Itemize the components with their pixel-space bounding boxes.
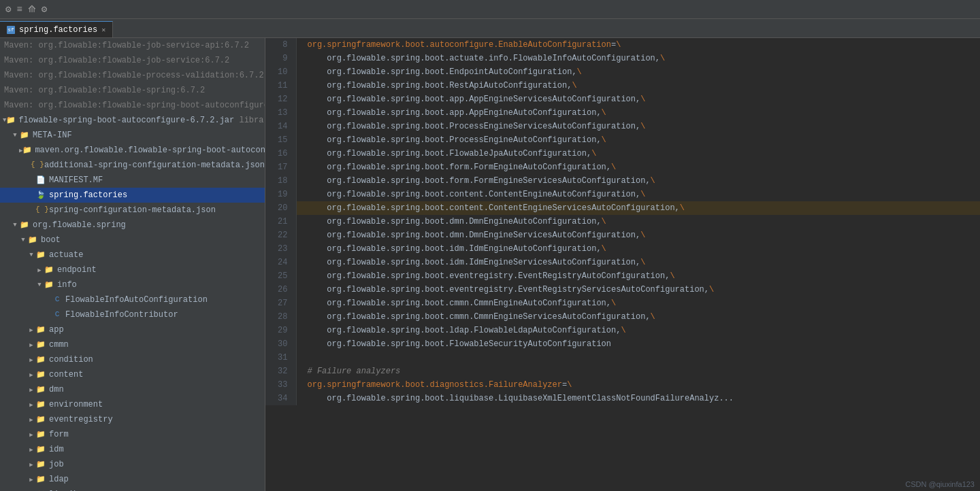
tree-item-app[interactable]: ▶ 📁 app (0, 322, 265, 337)
tree-item-actuate[interactable]: ▼ 📁 actuate (0, 248, 265, 263)
tree-item-additional-spring[interactable]: { } additional-spring-configuration-meta… (0, 158, 265, 173)
line-content-13[interactable]: org.flowable.spring.boot.app.AppEngineAu… (296, 106, 980, 120)
line-content-26[interactable]: org.flowable.spring.boot.eventregistry.E… (296, 283, 980, 297)
folder-icon-org-flowable-spring: 📁 (19, 220, 30, 230)
line-content-12[interactable]: org.flowable.spring.boot.app.AppEngineSe… (296, 92, 980, 106)
arrow-org-flowable-spring: ▼ (11, 222, 19, 228)
maven-item-3[interactable]: Maven: org.flowable:flowable-process-val… (0, 68, 265, 83)
line-content-24[interactable]: org.flowable.spring.boot.idm.IdmEngineSe… (296, 256, 980, 269)
line-content-27[interactable]: org.flowable.spring.boot.cmmn.CmmnEngine… (296, 297, 980, 310)
tree-item-meta-inf[interactable]: ▼ 📁 META-INF (0, 128, 265, 143)
folder-icon-form: 📁 (35, 430, 46, 439)
line-content-28[interactable]: org.flowable.spring.boot.cmmn.CmmnEngine… (296, 310, 980, 324)
line-content-22[interactable]: org.flowable.spring.boot.dmn.DmnEngineSe… (296, 228, 980, 242)
line-number-8: 8 (265, 38, 296, 52)
line-content-16[interactable]: org.flowable.spring.boot.FlowableJpaAuto… (296, 147, 980, 160)
toolbar-icon-2[interactable]: ≡ (16, 4, 22, 15)
line-content-18[interactable]: org.flowable.spring.boot.form.FormEngine… (296, 174, 980, 188)
line-content-20[interactable]: org.flowable.spring.boot.content.Content… (296, 201, 980, 215)
maven-item-5[interactable]: Maven: org.flowable:flowable-spring-boot… (0, 98, 265, 113)
tab-spring-factories[interactable]: sf spring.factories ✕ (0, 21, 113, 37)
line-content-10[interactable]: org.flowable.spring.boot.EndpointAutoCon… (296, 65, 980, 79)
line-number-33: 33 (265, 378, 296, 392)
tab-spring-factories-icon: sf (7, 26, 15, 34)
tree-item-spring-config-meta[interactable]: { } spring-configuration-metadata.json (0, 203, 265, 218)
code-row-9: 9 org.flowable.spring.boot.actuate.info.… (265, 52, 980, 65)
code-row-29: 29 org.flowable.spring.boot.ldap.Flowabl… (265, 324, 980, 337)
tree-item-FlowableInfoContributor[interactable]: C FlowableInfoContributor (0, 307, 265, 322)
tree-label-job: job (49, 460, 64, 469)
line-number-30: 30 (265, 337, 296, 351)
tree-item-root-jar[interactable]: ▼ 📁 flowable-spring-boot-autoconfigure-6… (0, 113, 265, 128)
tree-item-endpoint[interactable]: ▶ 📁 endpoint (0, 263, 265, 277)
folder-icon-actuate: 📁 (35, 250, 46, 260)
code-row-27: 27 org.flowable.spring.boot.cmmn.CmmnEng… (265, 297, 980, 310)
tree-item-cmmn[interactable]: ▶ 📁 cmmn (0, 337, 265, 352)
tree-item-content[interactable]: ▶ 📁 content (0, 367, 265, 382)
line-content-25[interactable]: org.flowable.spring.boot.eventregistry.E… (296, 269, 980, 283)
arrow-content: ▶ (27, 371, 35, 379)
toolbar-icon-4[interactable]: ⚙ (42, 3, 47, 15)
tree-item-spring-factories[interactable]: 🍃 spring.factories (0, 188, 265, 203)
arrow-actuate: ▼ (27, 252, 35, 258)
maven-item-2[interactable]: Maven: org.flowable:flowable-job-service… (0, 53, 265, 68)
tree-item-info[interactable]: ▼ 📁 info (0, 277, 265, 292)
tree-item-idm[interactable]: ▶ 📁 idm (0, 442, 265, 457)
line-content-31[interactable] (296, 351, 980, 365)
maven-item-4[interactable]: Maven: org.flowable:flowable-spring:6.7.… (0, 83, 265, 98)
tree-item-dmn[interactable]: ▶ 📁 dmn (0, 382, 265, 397)
line-content-32[interactable]: # Failure analyzers (296, 365, 980, 378)
tree-label-meta-inf: META-INF (33, 131, 72, 140)
toolbar-icon-3[interactable]: ⟰ (28, 3, 36, 15)
arrow-meta-inf: ▼ (11, 132, 19, 139)
line-content-23[interactable]: org.flowable.spring.boot.idm.IdmEngineAu… (296, 242, 980, 256)
code-row-24: 24 org.flowable.spring.boot.idm.IdmEngin… (265, 256, 980, 269)
tab-close-button[interactable]: ✕ (101, 26, 105, 34)
line-content-33[interactable]: org.springframework.boot.diagnostics.Fai… (296, 378, 980, 392)
code-table: 8org.springframework.boot.autoconfigure.… (265, 38, 980, 405)
tree-item-FlowableInfoAutoConfiguration[interactable]: C FlowableInfoAutoConfiguration (0, 292, 265, 307)
folder-icon-content: 📁 (35, 370, 46, 379)
code-row-34: 34 org.flowable.spring.boot.liquibase.Li… (265, 392, 980, 405)
tree-item-maven-pkg[interactable]: ▶ 📁 maven.org.flowable.flowable-spring-b… (0, 143, 265, 158)
line-content-30[interactable]: org.flowable.spring.boot.FlowableSecurit… (296, 337, 980, 351)
tree-item-condition[interactable]: ▶ 📁 condition (0, 352, 265, 367)
line-content-19[interactable]: org.flowable.spring.boot.content.Content… (296, 188, 980, 201)
line-content-15[interactable]: org.flowable.spring.boot.ProcessEngineAu… (296, 133, 980, 147)
maven-item-2-label: Maven: org.flowable:flowable-job-service… (4, 56, 229, 65)
line-content-29[interactable]: org.flowable.spring.boot.ldap.FlowableLd… (296, 324, 980, 337)
sidebar: Maven: org.flowable:flowable-job-service… (0, 38, 265, 491)
code-row-18: 18 org.flowable.spring.boot.form.FormEng… (265, 174, 980, 188)
line-number-23: 23 (265, 242, 296, 256)
mf-icon-manifest: 📄 (35, 175, 46, 185)
tree-item-ldap[interactable]: ▶ 📁 ldap (0, 472, 265, 487)
maven-item-3-label: Maven: org.flowable:flowable-process-val… (4, 71, 264, 80)
line-content-17[interactable]: org.flowable.spring.boot.form.FormEngine… (296, 160, 980, 174)
code-row-14: 14 org.flowable.spring.boot.ProcessEngin… (265, 120, 980, 133)
line-number-11: 11 (265, 79, 296, 92)
line-number-14: 14 (265, 120, 296, 133)
arrow-endpoint: ▶ (35, 267, 44, 274)
code-row-19: 19 org.flowable.spring.boot.content.Cont… (265, 188, 980, 201)
line-content-11[interactable]: org.flowable.spring.boot.RestApiAutoConf… (296, 79, 980, 92)
line-content-8[interactable]: org.springframework.boot.autoconfigure.E… (296, 38, 980, 52)
tree-item-manifest[interactable]: 📄 MANIFEST.MF (0, 173, 265, 188)
line-content-34[interactable]: org.flowable.spring.boot.liquibase.Liqui… (296, 392, 980, 405)
toolbar-icon-1[interactable]: ⚙ (5, 3, 11, 15)
tree-item-form[interactable]: ▶ 📁 form (0, 427, 265, 442)
code-row-33: 33org.springframework.boot.diagnostics.F… (265, 378, 980, 392)
tree-item-liquibase[interactable]: ▶ 📁 liquibase (0, 487, 265, 491)
line-content-9[interactable]: org.flowable.spring.boot.actuate.info.Fl… (296, 52, 980, 65)
line-content-14[interactable]: org.flowable.spring.boot.ProcessEngineSe… (296, 120, 980, 133)
line-number-19: 19 (265, 188, 296, 201)
tree-item-eventregistry[interactable]: ▶ 📁 eventregistry (0, 412, 265, 427)
watermark: CSDN @qiuxinfa123 (905, 480, 975, 488)
folder-icon-environment: 📁 (35, 400, 46, 409)
tree-item-job[interactable]: ▶ 📁 job (0, 457, 265, 472)
maven-item-1[interactable]: Maven: org.flowable:flowable-job-service… (0, 38, 265, 53)
tree-item-environment[interactable]: ▶ 📁 environment (0, 397, 265, 412)
arrow-dmn: ▶ (27, 386, 35, 394)
tree-item-boot[interactable]: ▼ 📁 boot (0, 233, 265, 248)
tree-item-org-flowable-spring[interactable]: ▼ 📁 org.flowable.spring (0, 218, 265, 233)
line-content-21[interactable]: org.flowable.spring.boot.dmn.DmnEngineAu… (296, 215, 980, 228)
